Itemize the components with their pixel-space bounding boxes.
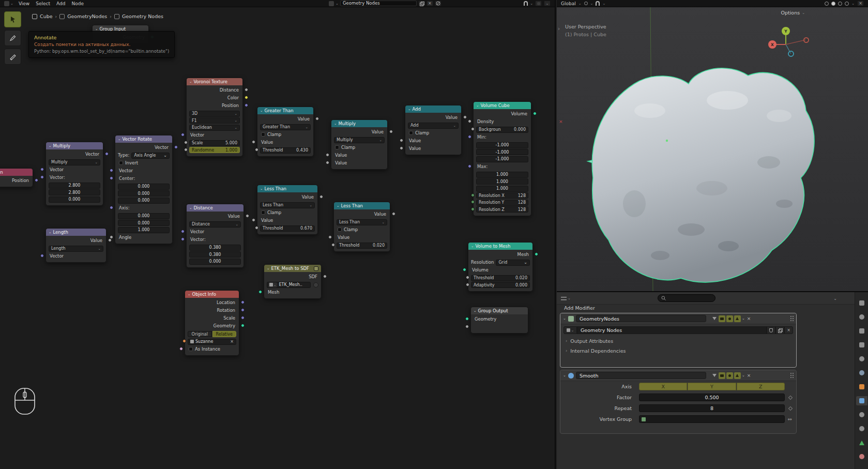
output-value[interactable]: Value xyxy=(257,115,313,123)
animate-decorator-icon[interactable] xyxy=(788,395,793,399)
node-header[interactable]: ⌄ETK_Mesh to SDF xyxy=(264,265,321,272)
tab-physics[interactable] xyxy=(856,424,867,433)
value-field-resolution-y[interactable]: Resolution Y128 xyxy=(476,200,528,206)
vector-component-field[interactable]: 1.000 xyxy=(476,172,528,178)
breadcrumb-modifier[interactable]: GeometryNodes xyxy=(67,13,107,19)
collapse-icon[interactable]: ⌄ xyxy=(408,107,410,111)
socket[interactable] xyxy=(181,237,185,241)
transform-orientation-dropdown[interactable]: Global xyxy=(561,1,576,6)
socket[interactable] xyxy=(392,212,395,216)
vector-component-field[interactable]: 0.000 xyxy=(49,196,100,203)
option-row-resolution[interactable]: ResolutionGrid⌄ xyxy=(468,259,532,266)
dropdown-less-than[interactable]: Less Than⌄ xyxy=(337,219,387,225)
vector-component-field[interactable]: 0.000 xyxy=(118,198,170,204)
tab-scene[interactable] xyxy=(856,354,867,364)
browse-node-group-button[interactable]: ⌄ xyxy=(564,326,577,334)
output-value[interactable]: Value xyxy=(46,237,106,245)
shading-material-icon[interactable] xyxy=(838,2,842,6)
socket[interactable] xyxy=(533,112,537,115)
node-header[interactable]: ⌄Multiply xyxy=(331,120,387,127)
axis-x-button[interactable]: X xyxy=(639,383,687,390)
node-etk-mesh-to-sdf[interactable]: ⌄ETK_Mesh to SDFSDF⌄ETK_Mesh..Mesh xyxy=(264,264,322,299)
collapse-icon[interactable]: ⌄ xyxy=(334,122,337,126)
select-box-tool[interactable] xyxy=(4,11,21,27)
checkbox-clamp[interactable]: Clamp xyxy=(405,129,461,137)
dropdown-add[interactable]: Add⌄ xyxy=(408,123,459,129)
repeat-field[interactable]: 8 xyxy=(639,404,785,412)
collapse-icon[interactable]: ⌄ xyxy=(476,103,479,108)
checkbox-as-instance[interactable]: As Instance xyxy=(185,345,239,353)
input-value[interactable]: Value xyxy=(334,234,390,241)
unlink-button[interactable]: × xyxy=(784,326,793,334)
socket[interactable] xyxy=(110,176,113,180)
dropdown-f1[interactable]: F1⌄ xyxy=(189,117,240,124)
checkbox-clamp[interactable]: Clamp xyxy=(257,131,313,139)
modifier-header[interactable]: ⌄ Smooth ⌄ × xyxy=(560,370,796,381)
dropdown-greater-than[interactable]: Greater Than⌄ xyxy=(260,124,311,130)
axis-y-button[interactable]: Y xyxy=(688,383,736,390)
socket[interactable] xyxy=(471,127,475,131)
output-value[interactable]: Value xyxy=(257,193,317,201)
pivot-point-icon[interactable] xyxy=(584,2,588,5)
tab-world[interactable] xyxy=(856,368,867,377)
node-header[interactable]: ⌄Less Than xyxy=(257,185,317,192)
value-field-randomne[interactable]: Randomne1.000 xyxy=(189,147,240,153)
gizmo-x-neg-axis[interactable] xyxy=(803,37,809,43)
vertex-group-field[interactable] xyxy=(639,415,785,423)
gizmo-x-axis[interactable]: X xyxy=(768,40,776,49)
shading-rendered-icon[interactable] xyxy=(845,2,849,6)
toggle-group[interactable]: OriginalRelative xyxy=(185,330,239,338)
socket[interactable] xyxy=(465,325,469,328)
tab-tool[interactable] xyxy=(856,298,867,308)
annotate-tool[interactable] xyxy=(4,30,21,46)
collapse-icon[interactable]: ⌄ xyxy=(260,187,263,191)
modifier-name-field[interactable]: Smooth xyxy=(576,372,706,379)
checkbox-box[interactable] xyxy=(261,132,265,137)
label-min[interactable]: Min: xyxy=(474,133,531,141)
tab-output[interactable] xyxy=(856,326,867,336)
node-header[interactable]: ⌄Voronoi Texture xyxy=(187,78,242,85)
axis-z-button[interactable]: Z xyxy=(737,383,785,390)
properties-editor[interactable]: ⌄ ⌄ Add Modifier ⌄ GeometryNodes ⌄ × xyxy=(557,292,868,469)
node-header[interactable]: ⌄Vector Rotate xyxy=(115,135,172,143)
input-volume[interactable]: Volume xyxy=(468,266,532,274)
option-row-type[interactable]: Type:Axis Angle⌄ xyxy=(115,152,172,159)
label-vector[interactable]: Vector: xyxy=(187,236,243,244)
socket[interactable] xyxy=(258,290,262,294)
input-socket[interactable] xyxy=(471,323,528,331)
menu-view[interactable]: View xyxy=(16,1,33,6)
shading-solid-icon[interactable] xyxy=(831,2,835,6)
vector-component-field[interactable]: 0.000 xyxy=(118,213,170,219)
edit-mode-toggle[interactable] xyxy=(719,315,725,322)
tab-modifiers[interactable] xyxy=(856,396,867,405)
output-vector[interactable]: Vector xyxy=(115,144,172,152)
vector-component-field[interactable]: 2.800 xyxy=(49,189,100,195)
node-greater-than[interactable]: ⌄Greater ThanValueGreater Than⌄ClampValu… xyxy=(257,107,314,157)
editor-type-button[interactable]: ⌄ xyxy=(2,1,16,6)
output-sdf[interactable]: SDF xyxy=(264,273,321,281)
invert-vertex-group-icon[interactable]: ⇔ xyxy=(788,416,792,422)
socket[interactable] xyxy=(181,133,185,137)
output-value[interactable]: Value xyxy=(405,114,461,122)
render-toggle[interactable] xyxy=(734,372,741,379)
collapse-icon[interactable]: ⌄ xyxy=(118,137,120,141)
node-header[interactable]: ⌄Less Than xyxy=(334,202,390,209)
input-value[interactable]: Value xyxy=(257,139,313,146)
node-volume-to-mesh[interactable]: ⌄Volume to MeshMeshResolutionGrid⌄Volume… xyxy=(468,242,533,292)
socket[interactable] xyxy=(323,275,327,278)
vector-component-field[interactable]: 2.800 xyxy=(49,183,100,189)
expand-icon[interactable]: ⌄ xyxy=(563,316,566,321)
tab-render[interactable] xyxy=(856,312,867,322)
label-axis[interactable]: Axis: xyxy=(115,204,172,212)
socket[interactable] xyxy=(471,207,475,211)
socket[interactable] xyxy=(463,268,466,271)
output-position[interactable]: Position xyxy=(0,177,33,185)
socket[interactable] xyxy=(40,168,44,171)
modifier-header[interactable]: ⌄ GeometryNodes ⌄ × xyxy=(560,313,796,324)
snap-magnet-icon[interactable] xyxy=(524,1,528,6)
snap-magnet-icon[interactable] xyxy=(596,1,600,6)
socket[interactable] xyxy=(255,226,258,230)
properties-search-input[interactable] xyxy=(658,294,715,302)
unlink-button[interactable]: × xyxy=(427,1,433,6)
socket[interactable] xyxy=(245,96,248,99)
